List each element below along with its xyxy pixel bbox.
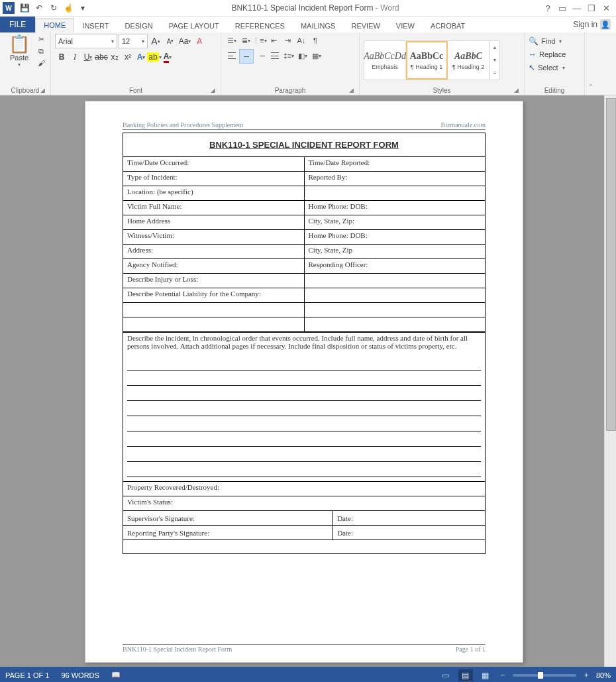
form-cell	[123, 317, 304, 332]
avatar-icon: 👤	[600, 19, 611, 30]
style-heading-2[interactable]: AaBbC ¶ Heading 2	[448, 41, 489, 80]
restore-icon[interactable]: ❐	[584, 3, 599, 13]
form-cell	[123, 303, 304, 317]
shading-icon[interactable]: ◧▾	[296, 49, 309, 62]
tab-acrobat[interactable]: ACROBAT	[423, 19, 473, 32]
strikethrough-button[interactable]: abc	[95, 50, 108, 64]
sign-in-button[interactable]: Sign in 👤	[568, 17, 616, 32]
cut-icon[interactable]: ✂	[36, 34, 46, 44]
proofing-icon[interactable]: 📖	[111, 671, 121, 679]
tab-insert[interactable]: INSERT	[74, 19, 117, 32]
clipboard-launcher-icon[interactable]: ◢	[40, 87, 45, 93]
paragraph-launcher-icon[interactable]: ◢	[349, 87, 354, 93]
format-painter-icon[interactable]: 🖌	[36, 58, 46, 68]
tab-view[interactable]: VIEW	[388, 19, 423, 32]
redo-icon[interactable]: ↻	[48, 2, 60, 14]
editing-label: Editing	[529, 87, 580, 95]
zoom-out-icon[interactable]: −	[498, 670, 507, 680]
styles-gallery[interactable]: AaBbCcDd Emphasis AaBbCc ¶ Heading 1 AaB…	[364, 40, 500, 80]
form-cell	[304, 186, 485, 201]
header-right: Bizmanualz.com	[441, 121, 486, 129]
table-row: Describe Injury or Loss:	[123, 274, 485, 288]
justify-icon[interactable]	[268, 49, 282, 62]
copy-icon[interactable]: ⧉	[36, 46, 46, 56]
qat-customize-icon[interactable]: ▾	[77, 2, 89, 14]
paste-label: Paste	[10, 54, 28, 62]
page-indicator[interactable]: PAGE 1 OF 1	[5, 671, 49, 679]
vertical-scrollbar[interactable]	[604, 95, 616, 667]
zoom-slider[interactable]	[513, 674, 576, 677]
align-left-icon[interactable]	[225, 49, 238, 62]
select-button[interactable]: ↖Select▾	[529, 62, 566, 74]
subscript-button[interactable]: x₂	[108, 50, 121, 64]
table-row: Address:City, State, Zip	[123, 245, 485, 259]
page-footer: BNK110-1 Special Incident Report Form Pa…	[123, 644, 486, 653]
tab-references[interactable]: REFERENCES	[227, 19, 293, 32]
close-icon[interactable]: ✕	[599, 3, 613, 13]
form-cell: Type of Incident:	[123, 172, 304, 186]
bullets-icon[interactable]: ☰▾	[225, 34, 238, 47]
sort-icon[interactable]: A↓	[295, 34, 308, 47]
help-icon[interactable]: ?	[540, 3, 555, 13]
font-name-combo[interactable]: Arial▾	[55, 34, 117, 48]
zoom-level[interactable]: 80%	[596, 671, 611, 679]
styles-launcher-icon[interactable]: ◢	[514, 87, 519, 93]
align-right-icon[interactable]	[254, 49, 268, 62]
styles-more[interactable]: ▴▾≡	[489, 41, 499, 80]
align-center-icon[interactable]	[239, 49, 254, 64]
tab-review[interactable]: REVIEW	[343, 19, 387, 32]
superscript-button[interactable]: x²	[121, 50, 134, 64]
font-size-combo[interactable]: 12▾	[119, 34, 148, 48]
font-launcher-icon[interactable]: ◢	[211, 87, 215, 93]
page[interactable]: Banking Policies and Procedures Suppleme…	[85, 101, 523, 663]
form-cell: Victim Full Name:	[123, 201, 304, 215]
table-row: Supervisor's Signature:Date:	[123, 511, 485, 526]
zoom-slider-thumb[interactable]	[538, 672, 543, 679]
style-emphasis[interactable]: AaBbCcDd Emphasis	[364, 41, 406, 80]
style-heading-1[interactable]: AaBbCc ¶ Heading 1	[406, 41, 448, 80]
italic-button[interactable]: I	[68, 50, 81, 64]
minimize-icon[interactable]: —	[570, 3, 584, 13]
bold-button[interactable]: B	[55, 50, 68, 64]
ribbon-options-icon[interactable]: ▭	[555, 3, 570, 13]
grow-font-icon[interactable]: A▴	[149, 34, 162, 48]
web-layout-icon[interactable]: ▦	[478, 669, 493, 681]
tab-mailings[interactable]: MAILINGS	[293, 19, 344, 32]
scrollbar-thumb[interactable]	[606, 98, 616, 431]
save-icon[interactable]: 💾	[19, 2, 30, 14]
shrink-font-icon[interactable]: A▾	[164, 34, 177, 48]
text-effects-icon[interactable]: A▾	[134, 50, 148, 64]
numbering-icon[interactable]: ≣▾	[239, 34, 252, 47]
tab-file[interactable]: FILE	[0, 17, 35, 32]
print-layout-icon[interactable]: ▤	[458, 669, 473, 681]
read-mode-icon[interactable]: ▭	[438, 669, 453, 681]
form-cell: Time/Date Occurred:	[123, 157, 304, 172]
line-spacing-icon[interactable]: ‡≡▾	[282, 49, 295, 62]
zoom-in-icon[interactable]: +	[582, 670, 591, 680]
word-count[interactable]: 96 WORDS	[61, 671, 99, 679]
change-case-icon[interactable]: Aa▾	[178, 34, 191, 48]
paste-button[interactable]: 📋 Paste ▾	[5, 35, 33, 68]
tab-home[interactable]: HOME	[35, 18, 74, 32]
ribbon-tabs: FILE HOME INSERT DESIGN PAGE LAYOUT REFE…	[0, 17, 616, 32]
multilevel-icon[interactable]: ⋮≡▾	[253, 34, 266, 47]
tab-design[interactable]: DESIGN	[117, 19, 160, 32]
narrative-line	[127, 447, 481, 462]
find-button[interactable]: 🔍Find▾	[529, 35, 566, 47]
decrease-indent-icon[interactable]: ⇤	[267, 34, 280, 47]
tab-page-layout[interactable]: PAGE LAYOUT	[161, 19, 227, 32]
touch-mode-icon[interactable]: ☝	[62, 2, 74, 14]
show-marks-icon[interactable]: ¶	[309, 34, 322, 47]
clear-formatting-icon[interactable]: A̷	[193, 34, 206, 48]
highlight-icon[interactable]: ab▾	[148, 50, 161, 64]
header-left: Banking Policies and Procedures Suppleme…	[123, 121, 243, 129]
group-paragraph: ☰▾ ≣▾ ⋮≡▾ ⇤ ⇥ A↓ ¶ ‡≡▾ ◧▾ ▦▾ Paragraph◢	[221, 32, 360, 95]
underline-button[interactable]: U▾	[81, 50, 95, 64]
collapse-ribbon-icon[interactable]: ˄	[585, 32, 597, 95]
font-color-icon[interactable]: A▾	[161, 50, 174, 64]
increase-indent-icon[interactable]: ⇥	[281, 34, 294, 47]
borders-icon[interactable]: ▦▾	[310, 49, 323, 62]
undo-icon[interactable]: ↶	[33, 2, 45, 14]
footer-left: BNK110-1 Special Incident Report Form	[123, 646, 232, 653]
replace-button[interactable]: ↔Replace	[529, 48, 566, 60]
